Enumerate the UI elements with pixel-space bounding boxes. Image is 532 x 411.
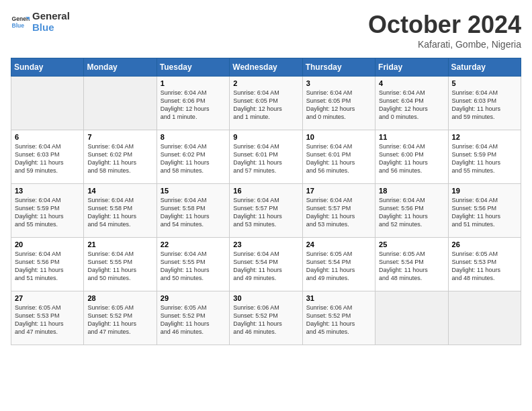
weekday-header-wednesday: Wednesday bbox=[230, 58, 302, 77]
day-number: 23 bbox=[233, 240, 298, 248]
day-info: Sunrise: 6:04 AM Sunset: 5:57 PM Dayligh… bbox=[233, 196, 298, 229]
calendar-cell: 8Sunrise: 6:04 AM Sunset: 6:02 PM Daylig… bbox=[157, 130, 229, 184]
calendar-cell: 5Sunrise: 6:04 AM Sunset: 6:03 PM Daylig… bbox=[448, 77, 521, 130]
day-info: Sunrise: 6:06 AM Sunset: 5:52 PM Dayligh… bbox=[306, 304, 371, 336]
day-info: Sunrise: 6:04 AM Sunset: 6:06 PM Dayligh… bbox=[161, 89, 226, 122]
calendar-cell: 31Sunrise: 6:06 AM Sunset: 5:52 PM Dayli… bbox=[302, 291, 375, 345]
day-number: 13 bbox=[15, 187, 80, 195]
day-info: Sunrise: 6:04 AM Sunset: 5:56 PM Dayligh… bbox=[379, 196, 444, 229]
day-number: 30 bbox=[233, 294, 298, 302]
weekday-header-row: SundayMondayTuesdayWednesdayThursdayFrid… bbox=[11, 58, 521, 77]
day-info: Sunrise: 6:04 AM Sunset: 6:04 PM Dayligh… bbox=[379, 89, 444, 122]
calendar-cell: 23Sunrise: 6:04 AM Sunset: 5:54 PM Dayli… bbox=[230, 238, 302, 291]
day-info: Sunrise: 6:04 AM Sunset: 5:56 PM Dayligh… bbox=[452, 196, 517, 229]
day-info: Sunrise: 6:04 AM Sunset: 5:58 PM Dayligh… bbox=[87, 196, 152, 229]
day-number: 27 bbox=[15, 294, 80, 302]
day-number: 17 bbox=[306, 187, 371, 195]
day-number: 3 bbox=[306, 79, 371, 87]
day-number: 26 bbox=[452, 240, 517, 248]
day-number: 1 bbox=[161, 79, 226, 87]
weekday-header-sunday: Sunday bbox=[11, 58, 84, 77]
calendar-cell: 29Sunrise: 6:05 AM Sunset: 5:52 PM Dayli… bbox=[157, 291, 229, 345]
week-row-3: 13Sunrise: 6:04 AM Sunset: 5:59 PM Dayli… bbox=[11, 184, 521, 238]
calendar-cell: 4Sunrise: 6:04 AM Sunset: 6:04 PM Daylig… bbox=[375, 77, 448, 130]
day-number: 22 bbox=[161, 240, 226, 248]
day-info: Sunrise: 6:04 AM Sunset: 5:59 PM Dayligh… bbox=[452, 142, 517, 175]
calendar-cell: 15Sunrise: 6:04 AM Sunset: 5:58 PM Dayli… bbox=[157, 184, 229, 238]
week-row-2: 6Sunrise: 6:04 AM Sunset: 6:03 PM Daylig… bbox=[11, 130, 521, 184]
day-number: 14 bbox=[87, 187, 152, 195]
week-row-5: 27Sunrise: 6:05 AM Sunset: 5:53 PM Dayli… bbox=[11, 291, 521, 345]
calendar-cell bbox=[84, 77, 157, 130]
day-info: Sunrise: 6:04 AM Sunset: 6:03 PM Dayligh… bbox=[15, 142, 80, 175]
day-info: Sunrise: 6:05 AM Sunset: 5:52 PM Dayligh… bbox=[161, 304, 226, 336]
calendar-cell: 18Sunrise: 6:04 AM Sunset: 5:56 PM Dayli… bbox=[375, 184, 448, 238]
day-info: Sunrise: 6:05 AM Sunset: 5:53 PM Dayligh… bbox=[15, 304, 80, 336]
logo-line2: Blue bbox=[32, 22, 70, 34]
day-number: 9 bbox=[233, 133, 298, 141]
day-number: 29 bbox=[161, 294, 226, 302]
day-number: 10 bbox=[306, 133, 371, 141]
calendar-cell bbox=[448, 291, 521, 345]
day-number: 8 bbox=[161, 133, 226, 141]
day-number: 31 bbox=[306, 294, 371, 302]
day-number: 6 bbox=[15, 133, 80, 141]
weekday-header-friday: Friday bbox=[375, 58, 448, 77]
day-info: Sunrise: 6:04 AM Sunset: 6:02 PM Dayligh… bbox=[161, 142, 226, 175]
day-info: Sunrise: 6:04 AM Sunset: 5:55 PM Dayligh… bbox=[161, 250, 226, 283]
day-number: 24 bbox=[306, 240, 371, 248]
title-block: October 2024 Kafarati, Gombe, Nigeria bbox=[368, 11, 521, 50]
month-title: October 2024 bbox=[368, 11, 521, 39]
calendar-cell: 13Sunrise: 6:04 AM Sunset: 5:59 PM Dayli… bbox=[11, 184, 84, 238]
day-info: Sunrise: 6:04 AM Sunset: 6:05 PM Dayligh… bbox=[306, 89, 371, 122]
day-info: Sunrise: 6:04 AM Sunset: 5:58 PM Dayligh… bbox=[161, 196, 226, 229]
day-number: 19 bbox=[452, 187, 517, 195]
day-number: 25 bbox=[379, 240, 444, 248]
day-number: 18 bbox=[379, 187, 444, 195]
calendar-cell: 11Sunrise: 6:04 AM Sunset: 6:00 PM Dayli… bbox=[375, 130, 448, 184]
day-number: 12 bbox=[452, 133, 517, 141]
day-number: 2 bbox=[233, 79, 298, 87]
weekday-header-tuesday: Tuesday bbox=[157, 58, 229, 77]
day-info: Sunrise: 6:04 AM Sunset: 5:57 PM Dayligh… bbox=[306, 196, 371, 229]
calendar-cell: 20Sunrise: 6:04 AM Sunset: 5:56 PM Dayli… bbox=[11, 238, 84, 291]
calendar-cell: 30Sunrise: 6:06 AM Sunset: 5:52 PM Dayli… bbox=[230, 291, 302, 345]
calendar-cell: 25Sunrise: 6:05 AM Sunset: 5:54 PM Dayli… bbox=[375, 238, 448, 291]
calendar-cell: 14Sunrise: 6:04 AM Sunset: 5:58 PM Dayli… bbox=[84, 184, 157, 238]
day-info: Sunrise: 6:04 AM Sunset: 5:59 PM Dayligh… bbox=[15, 196, 80, 229]
day-info: Sunrise: 6:04 AM Sunset: 6:01 PM Dayligh… bbox=[306, 142, 371, 175]
calendar-cell: 9Sunrise: 6:04 AM Sunset: 6:01 PM Daylig… bbox=[230, 130, 302, 184]
day-number: 16 bbox=[233, 187, 298, 195]
day-number: 20 bbox=[15, 240, 80, 248]
page-header: General Blue General Blue October 2024 K… bbox=[11, 11, 521, 50]
calendar-cell: 19Sunrise: 6:04 AM Sunset: 5:56 PM Dayli… bbox=[448, 184, 521, 238]
calendar-cell: 16Sunrise: 6:04 AM Sunset: 5:57 PM Dayli… bbox=[230, 184, 302, 238]
calendar-cell: 22Sunrise: 6:04 AM Sunset: 5:55 PM Dayli… bbox=[157, 238, 229, 291]
day-info: Sunrise: 6:06 AM Sunset: 5:52 PM Dayligh… bbox=[233, 304, 298, 336]
day-number: 28 bbox=[87, 294, 152, 302]
week-row-1: 1Sunrise: 6:04 AM Sunset: 6:06 PM Daylig… bbox=[11, 77, 521, 130]
day-number: 7 bbox=[87, 133, 152, 141]
calendar-cell: 26Sunrise: 6:05 AM Sunset: 5:53 PM Dayli… bbox=[448, 238, 521, 291]
day-info: Sunrise: 6:05 AM Sunset: 5:52 PM Dayligh… bbox=[87, 304, 152, 336]
day-info: Sunrise: 6:04 AM Sunset: 6:03 PM Dayligh… bbox=[452, 89, 517, 122]
calendar-cell: 17Sunrise: 6:04 AM Sunset: 5:57 PM Dayli… bbox=[302, 184, 375, 238]
day-info: Sunrise: 6:04 AM Sunset: 6:02 PM Dayligh… bbox=[87, 142, 152, 175]
location: Kafarati, Gombe, Nigeria bbox=[368, 39, 521, 50]
calendar-cell bbox=[375, 291, 448, 345]
calendar-cell: 6Sunrise: 6:04 AM Sunset: 6:03 PM Daylig… bbox=[11, 130, 84, 184]
day-info: Sunrise: 6:05 AM Sunset: 5:54 PM Dayligh… bbox=[306, 250, 371, 283]
weekday-header-saturday: Saturday bbox=[448, 58, 521, 77]
logo-line1: General bbox=[32, 11, 70, 22]
calendar-cell bbox=[11, 77, 84, 130]
day-info: Sunrise: 6:04 AM Sunset: 5:54 PM Dayligh… bbox=[233, 250, 298, 283]
weekday-header-monday: Monday bbox=[84, 58, 157, 77]
day-number: 5 bbox=[452, 79, 517, 87]
calendar-cell: 7Sunrise: 6:04 AM Sunset: 6:02 PM Daylig… bbox=[84, 130, 157, 184]
svg-text:Blue: Blue bbox=[12, 21, 25, 28]
day-info: Sunrise: 6:04 AM Sunset: 6:05 PM Dayligh… bbox=[233, 89, 298, 122]
calendar-cell: 27Sunrise: 6:05 AM Sunset: 5:53 PM Dayli… bbox=[11, 291, 84, 345]
calendar-cell: 21Sunrise: 6:04 AM Sunset: 5:55 PM Dayli… bbox=[84, 238, 157, 291]
day-number: 11 bbox=[379, 133, 444, 141]
calendar-cell: 1Sunrise: 6:04 AM Sunset: 6:06 PM Daylig… bbox=[157, 77, 229, 130]
